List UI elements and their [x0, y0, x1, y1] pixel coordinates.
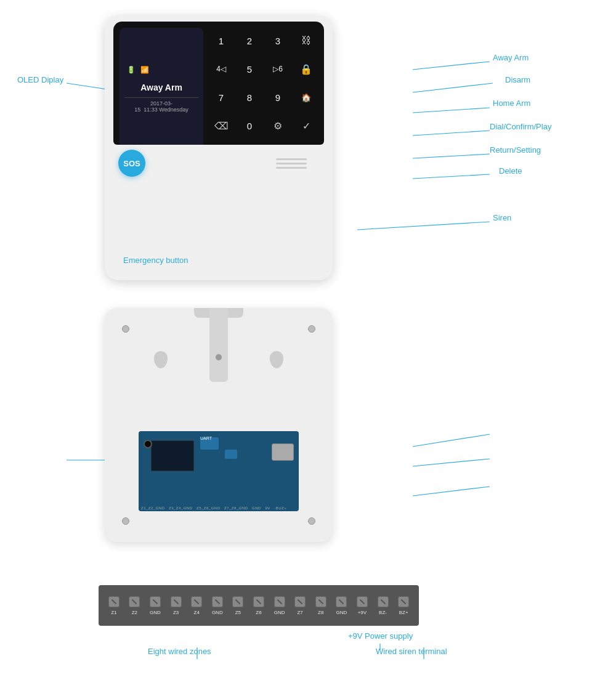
- terminal-gnd2: GND: [212, 596, 223, 615]
- keypad-grid: 1 2 3 ⛓ 4◁ 5 ▷6 🔒 7 8 9 🏠 ⌫ 0: [203, 23, 324, 144]
- wifi-icon: 📶: [140, 66, 149, 74]
- pcb-main-chip: [151, 440, 194, 471]
- terminal-z3: Z3: [171, 596, 182, 615]
- terminal-z6: Z6: [253, 596, 264, 615]
- terminal-z5: Z5: [232, 596, 243, 615]
- keypad-grid-area: 1 2 3 ⛓ 4◁ 5 ▷6 🔒 7 8 9 🏠 ⌫ 0: [203, 22, 324, 145]
- oled-divider: [124, 97, 198, 98]
- screw-br: [308, 517, 315, 525]
- keypad-bottom: SOS: [113, 150, 324, 177]
- terminal-section: Z1 Z2 GND Z3 Z4 GND: [0, 579, 616, 696]
- sos-button[interactable]: SOS: [118, 150, 145, 177]
- pcb-board: UART Z1_Z2_GND Z3_Z4_GND Z5_Z6_GND Z7_Z8…: [139, 431, 299, 511]
- label-dial-confirm: Dial/Confirm/Play: [490, 122, 551, 131]
- key-9[interactable]: 9: [266, 86, 290, 109]
- screw-z3[interactable]: [171, 596, 182, 607]
- screw-tr: [308, 325, 315, 333]
- terminal-z2: Z2: [129, 596, 140, 615]
- key-0[interactable]: 0: [238, 114, 261, 137]
- terminal-z7: Z7: [294, 596, 306, 615]
- key-2[interactable]: 2: [238, 29, 261, 52]
- key-6[interactable]: ▷6: [266, 57, 290, 81]
- screw-gnd2[interactable]: [212, 596, 223, 607]
- screw-z5[interactable]: [232, 596, 243, 607]
- back-device: UART Z1_Z2_GND Z3_Z4_GND Z5_Z6_GND Z7_Z8…: [105, 308, 333, 542]
- label-siren: Siren: [493, 213, 511, 222]
- camera-dot: [216, 354, 222, 360]
- back-panel-section: UART Z1_Z2_GND Z3_Z4_GND Z5_Z6_GND Z7_Z8…: [0, 296, 616, 579]
- battery-icon: 🔋: [127, 66, 136, 74]
- screw-z8[interactable]: [315, 596, 326, 607]
- pcb-component-2: [225, 450, 237, 459]
- away-arm-key[interactable]: ⛓: [294, 29, 318, 52]
- label-emergency: Emergency button: [123, 256, 188, 265]
- screw-bzminus[interactable]: [378, 596, 389, 607]
- disarm-key[interactable]: 🔒: [294, 57, 318, 81]
- screw-9v[interactable]: [357, 596, 368, 607]
- terminal-z4: Z4: [191, 596, 202, 615]
- keypad-top-panel: 🔋 📶 Away Arm 2017-03-15 11:33 Wednesday …: [113, 22, 324, 145]
- back-power-jack-hole: [144, 440, 152, 448]
- sim-slot: [272, 443, 294, 461]
- screw-bl: [122, 517, 129, 525]
- speaker-line-1: [276, 158, 307, 160]
- speaker-grill: [276, 158, 307, 169]
- key-1[interactable]: 1: [209, 29, 233, 52]
- label-return-setting: Return/Setting: [490, 145, 541, 155]
- speaker-line-2: [276, 163, 307, 164]
- return-setting-key[interactable]: ⚙: [266, 114, 290, 137]
- oled-status-display: Away Arm: [140, 83, 182, 92]
- key-3[interactable]: 3: [266, 29, 290, 52]
- speaker-line-3: [276, 167, 307, 169]
- pcb-uart-label: UART: [200, 436, 212, 440]
- label-oled-display: OLED Diplay: [17, 75, 63, 84]
- label-away-arm: Away Arm: [493, 53, 529, 62]
- front-panel-section: 🔋 📶 Away Arm 2017-03-15 11:33 Wednesday …: [0, 0, 616, 296]
- screw-gnd1[interactable]: [150, 596, 161, 607]
- delete-key[interactable]: ⌫: [209, 114, 233, 137]
- screw-z4[interactable]: [191, 596, 202, 607]
- screw-gnd4[interactable]: [336, 596, 347, 607]
- home-arm-key[interactable]: 🏠: [294, 86, 318, 109]
- terminal-gnd3: GND: [274, 596, 285, 615]
- label-wired-siren-terminal: Wired siren terminal: [376, 647, 447, 656]
- screw-z6[interactable]: [253, 596, 264, 607]
- terminal-bar: Z1 Z2 GND Z3 Z4 GND: [99, 585, 419, 626]
- label-delete: Delete: [499, 166, 522, 176]
- center-cable-holder: [209, 308, 228, 382]
- label-eight-wired-zones: Eight wired zones: [148, 647, 211, 656]
- terminal-9v: +9V: [357, 596, 368, 615]
- terminal-gnd1: GND: [150, 596, 161, 615]
- terminal-bzplus: BZ+: [398, 596, 409, 615]
- label-home-arm: Home Arm: [493, 99, 530, 108]
- key-5[interactable]: 5: [238, 57, 261, 81]
- terminal-gnd4: GND: [336, 596, 347, 615]
- keypad-device: 🔋 📶 Away Arm 2017-03-15 11:33 Wednesday …: [105, 15, 333, 280]
- dial-confirm-key[interactable]: ✓: [294, 114, 318, 137]
- oled-datetime: 2017-03-15 11:33 Wednesday: [124, 100, 198, 113]
- screw-z7[interactable]: [294, 596, 306, 607]
- oled-screen: 🔋 📶 Away Arm 2017-03-15 11:33 Wednesday: [120, 28, 203, 145]
- key-8[interactable]: 8: [238, 86, 261, 109]
- screw-tl: [122, 325, 129, 333]
- key-7[interactable]: 7: [209, 86, 233, 109]
- label-disarm: Disarm: [505, 75, 530, 84]
- label-power-supply: +9V Power supply: [348, 631, 413, 641]
- terminal-z8: Z8: [315, 596, 326, 615]
- key-4[interactable]: 4◁: [209, 57, 233, 81]
- diagram-wrapper: 🔋 📶 Away Arm 2017-03-15 11:33 Wednesday …: [0, 0, 616, 696]
- mount-hole-right: [270, 351, 283, 368]
- screw-z1[interactable]: [108, 596, 120, 607]
- terminal-bzminus: BZ-: [378, 596, 389, 615]
- mount-hole-left: [154, 351, 168, 368]
- screw-gnd3[interactable]: [274, 596, 285, 607]
- screw-bzplus[interactable]: [398, 596, 409, 607]
- pcb-terminal-labels: Z1_Z2_GND Z3_Z4_GND Z5_Z6_GND Z7_Z8_GND …: [141, 506, 286, 510]
- screw-z2[interactable]: [129, 596, 140, 607]
- terminal-z1: Z1: [108, 596, 120, 615]
